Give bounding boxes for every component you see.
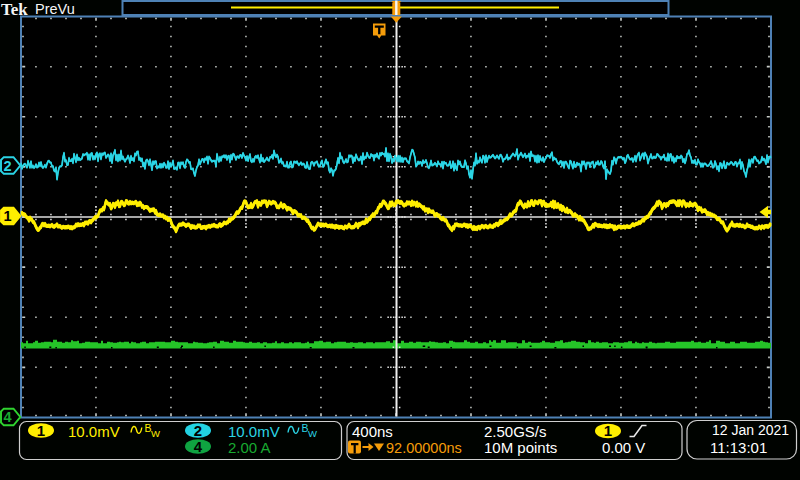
svg-text:W: W — [151, 428, 160, 439]
svg-text:2: 2 — [4, 158, 12, 174]
svg-text:Tek: Tek — [1, 0, 28, 19]
svg-text:92.00000ns: 92.00000ns — [386, 440, 462, 456]
svg-text:4: 4 — [4, 409, 12, 425]
svg-text:11:13:01: 11:13:01 — [710, 439, 767, 456]
svg-text:400ns: 400ns — [352, 423, 393, 440]
svg-text:2.00 A: 2.00 A — [228, 439, 271, 456]
svg-text:1: 1 — [604, 422, 612, 439]
svg-text:10M points: 10M points — [484, 439, 557, 456]
svg-text:2.50GS/s: 2.50GS/s — [484, 423, 547, 440]
svg-text:1: 1 — [4, 208, 12, 224]
svg-text:PreVu: PreVu — [35, 1, 75, 17]
svg-text:W: W — [308, 428, 317, 439]
svg-text:1: 1 — [37, 422, 45, 439]
svg-text:10.0mV: 10.0mV — [228, 423, 280, 440]
svg-text:0.00 V: 0.00 V — [602, 439, 645, 456]
svg-text:4: 4 — [194, 438, 203, 455]
svg-text:2: 2 — [194, 422, 202, 439]
svg-text:12 Jan 2021: 12 Jan 2021 — [712, 422, 789, 438]
svg-text:10.0mV: 10.0mV — [68, 423, 120, 440]
